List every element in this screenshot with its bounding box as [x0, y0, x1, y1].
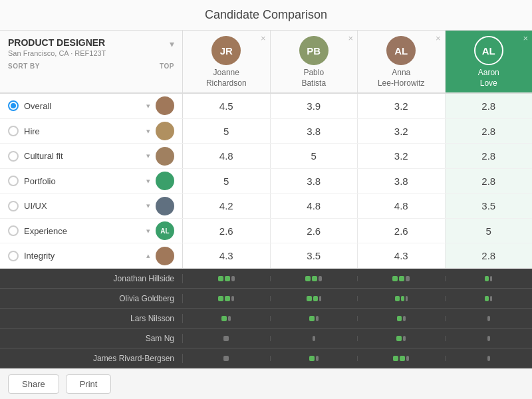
sort-by-label: SORT BY — [8, 63, 40, 70]
bar-seg-4-2-2 — [406, 356, 409, 361]
reviewer-name-2: Lars Nilsson — [0, 314, 183, 323]
bar-seg-4-2-1 — [400, 356, 405, 361]
reviewer-row-3: Sam Ng — [0, 329, 532, 348]
criteria-name-cultural_fit: Cultural fit — [24, 151, 141, 161]
page-title: Candidate Comparison — [0, 0, 532, 31]
bar-seg-2-0-0 — [221, 316, 227, 321]
score-cell-overall-2: 3.2 — [358, 94, 446, 118]
candidate-name-0: Joanne Richardson — [206, 68, 247, 88]
reviewer-bar-cell-1-2 — [358, 296, 446, 301]
candidate-name-2: Anna Lee-Horowitz — [378, 68, 425, 88]
reviewer-bar-cell-0-1 — [271, 276, 358, 281]
sort-icon-integrity[interactable]: ▴ — [146, 251, 150, 260]
criteria-name-ui_ux: UI/UX — [24, 201, 141, 211]
criteria-top-avatar-6 — [156, 247, 174, 265]
sort-icon-overall[interactable]: ▾ — [146, 102, 150, 110]
sort-icon-hire[interactable]: ▾ — [146, 127, 150, 136]
close-candidate-0-button[interactable]: × — [261, 33, 266, 43]
bar-seg-2-1-0 — [309, 316, 315, 321]
print-button[interactable]: Print — [66, 374, 112, 394]
share-button[interactable]: Share — [8, 374, 59, 394]
score-cell-experience-3: 5 — [446, 219, 533, 243]
score-cell-hire-3: 2.8 — [446, 119, 533, 144]
criteria-name-overall: Overall — [24, 101, 141, 111]
candidate-col-0: ×JRJoanne Richardson — [183, 31, 271, 92]
candidate-col-1: ×PBPablo Batista — [271, 31, 358, 92]
job-chevron-icon[interactable]: ▾ — [170, 39, 174, 49]
candidate-avatar-3: AL — [474, 36, 503, 65]
score-cell-ui_ux-2: 4.8 — [358, 194, 446, 218]
criteria-radio-hire[interactable] — [8, 126, 19, 136]
score-cell-integrity-2: 4.3 — [358, 243, 446, 268]
score-cell-overall-1: 3.9 — [271, 94, 358, 118]
close-candidate-3-button[interactable]: × — [523, 33, 528, 43]
criteria-radio-experience[interactable] — [8, 225, 19, 236]
reviewer-bar-cell-3-0 — [183, 336, 271, 341]
reviewer-name-1: Olivia Goldberg — [0, 294, 183, 303]
sort-icon-ui_ux[interactable]: ▾ — [146, 201, 150, 210]
criteria-radio-portfolio[interactable] — [8, 176, 19, 186]
score-cell-experience-0: 2.6 — [183, 219, 271, 243]
bar-seg-4-3-0 — [487, 356, 490, 361]
score-row-overall: Overall▾4.53.93.22.8 — [0, 94, 532, 119]
score-cell-portfolio-3: 2.8 — [446, 169, 533, 194]
score-row-hire: Hire▾53.83.22.8 — [0, 119, 532, 144]
bar-seg-2-1-1 — [316, 316, 319, 321]
bar-seg-0-0-0 — [218, 276, 223, 281]
bar-seg-0-3-0 — [485, 276, 489, 281]
reviewer-bar-cell-3-3 — [446, 336, 533, 341]
bar-seg-3-2-0 — [396, 336, 402, 341]
score-cell-experience-2: 2.6 — [358, 219, 446, 243]
bar-seg-0-2-1 — [399, 276, 404, 281]
bar-seg-1-2-0 — [395, 296, 400, 301]
score-row-portfolio: Portfolio▾53.83.82.8 — [0, 169, 532, 194]
sort-icon-portfolio[interactable]: ▾ — [146, 177, 150, 186]
reviewer-bar-cell-1-0 — [183, 296, 271, 301]
reviewer-bar-cell-0-3 — [446, 276, 533, 281]
criteria-name-hire: Hire — [24, 126, 141, 136]
criteria-top-avatar-3 — [156, 172, 174, 190]
criteria-radio-ui_ux[interactable] — [8, 201, 19, 211]
reviewer-bar-cell-4-1 — [271, 356, 358, 361]
reviewer-bar-cell-2-1 — [271, 316, 358, 321]
sort-icon-experience[interactable]: ▾ — [146, 227, 150, 235]
sort-icon-cultural_fit[interactable]: ▾ — [146, 152, 150, 160]
reviewer-name-0: Jonathan Hillside — [0, 274, 183, 283]
score-cell-experience-1: 2.6 — [271, 219, 358, 243]
criteria-radio-overall[interactable] — [8, 100, 19, 111]
job-location: San Francisco, CA · REF123T — [8, 49, 106, 57]
reviewer-row-2: Lars Nilsson — [0, 309, 532, 329]
bar-seg-1-0-2 — [231, 296, 234, 301]
reviewer-bar-cell-3-1 — [271, 336, 358, 341]
bar-seg-0-2-0 — [392, 276, 398, 281]
reviewer-bar-cell-4-0 — [183, 356, 271, 361]
score-cell-cultural_fit-3: 2.8 — [446, 144, 533, 168]
score-cell-integrity-3: 2.8 — [446, 243, 533, 268]
candidate-col-2: ×ALAnna Lee-Horowitz — [358, 31, 446, 92]
criteria-top-avatar-0 — [156, 96, 174, 115]
bar-seg-0-2-2 — [406, 276, 410, 281]
bar-seg-1-1-1 — [313, 296, 318, 301]
criteria-radio-cultural_fit[interactable] — [8, 151, 19, 162]
top-label: TOP — [160, 63, 174, 70]
bar-seg-1-1-0 — [307, 296, 312, 301]
score-cell-hire-2: 3.2 — [358, 119, 446, 144]
reviewer-bar-cell-2-2 — [358, 316, 446, 321]
bar-seg-2-2-0 — [397, 316, 402, 321]
score-cell-cultural_fit-1: 5 — [271, 144, 358, 168]
score-row-cultural_fit: Cultural fit▾4.853.22.8 — [0, 144, 532, 169]
candidate-avatar-1: PB — [299, 36, 329, 65]
criteria-radio-integrity[interactable] — [8, 251, 19, 261]
bar-seg-1-0-1 — [225, 296, 230, 301]
score-cell-integrity-0: 4.3 — [183, 243, 271, 268]
close-candidate-1-button[interactable]: × — [348, 33, 353, 43]
score-cell-hire-1: 3.8 — [271, 119, 358, 144]
reviewer-bar-cell-4-2 — [358, 356, 446, 361]
candidate-avatar-2: AL — [386, 36, 416, 65]
score-cell-portfolio-0: 5 — [183, 169, 271, 194]
bar-seg-0-3-1 — [490, 276, 492, 281]
candidate-avatar-0: JR — [211, 36, 241, 65]
bar-seg-4-0-0 — [223, 356, 229, 361]
close-candidate-2-button[interactable]: × — [436, 33, 441, 43]
bar-seg-0-1-1 — [312, 276, 317, 281]
